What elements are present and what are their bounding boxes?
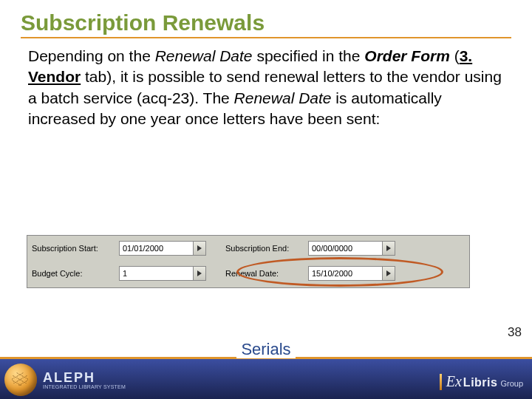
- svg-marker-1: [386, 245, 391, 251]
- triangle-right-icon: [386, 270, 391, 276]
- aleph-subtitle: INTEGRATED LIBRARY SYSTEM: [43, 384, 126, 389]
- budget-cycle-input[interactable]: 1: [119, 266, 193, 281]
- renewal-date-input[interactable]: 15/10/2000: [308, 266, 382, 281]
- triangle-right-icon: [197, 270, 202, 276]
- renewal-date-term: Renewal Date: [155, 47, 253, 64]
- aleph-logo: ALEPH INTEGRATED LIBRARY SYSTEM: [4, 364, 126, 396]
- slide: Subscription Renewals Depending on the R…: [0, 0, 532, 399]
- logo-bar-icon: [440, 374, 442, 390]
- renewal-date-label: Renewal Date:: [225, 269, 308, 278]
- svg-marker-0: [197, 245, 202, 251]
- svg-marker-2: [197, 270, 202, 276]
- subscription-start-input[interactable]: 01/01/2000: [119, 241, 193, 256]
- subscription-start-label: Subscription Start:: [32, 244, 119, 253]
- text-run: (: [450, 47, 460, 64]
- triangle-right-icon: [197, 245, 202, 251]
- aleph-name: ALEPH: [43, 371, 126, 384]
- form-row-1: Subscription Start: 01/01/2000 Subscript…: [27, 236, 469, 261]
- aleph-text-block: ALEPH INTEGRATED LIBRARY SYSTEM: [43, 371, 126, 389]
- order-form-term: Order Form: [364, 47, 450, 64]
- exlibris-logo: Ex Libris Group: [440, 373, 523, 390]
- budget-cycle-label: Budget Cycle:: [32, 269, 119, 278]
- subscription-end-input[interactable]: 00/00/0000: [308, 241, 382, 256]
- text-run: Depending on the: [28, 47, 155, 64]
- svg-marker-3: [386, 270, 391, 276]
- group-text: Group: [500, 379, 523, 388]
- footer: Serials ALEPH INTEGRATED LIBRARY SYSTEM …: [0, 352, 532, 399]
- body-paragraph: Depending on the Renewal Date specified …: [28, 46, 504, 129]
- title-underline: [21, 37, 511, 38]
- triangle-right-icon: [386, 245, 391, 251]
- form-panel: Subscription Start: 01/01/2000 Subscript…: [27, 235, 470, 288]
- globe-icon: [4, 364, 37, 396]
- subscription-end-picker-button[interactable]: [382, 241, 395, 256]
- page-number: 38: [508, 325, 522, 340]
- renewal-date-term-2: Renewal Date: [234, 89, 332, 106]
- footer-center-text: Serials: [236, 340, 295, 358]
- libris-text: Libris: [463, 376, 498, 389]
- subscription-start-picker-button[interactable]: [193, 241, 206, 256]
- ex-text: Ex: [446, 373, 462, 390]
- form-row-2: Budget Cycle: 1 Renewal Date: 15/10/2000: [27, 261, 469, 286]
- renewal-date-picker-button[interactable]: [382, 266, 395, 281]
- slide-title: Subscription Renewals: [21, 10, 511, 35]
- footer-center-label: Serials: [0, 338, 532, 359]
- budget-cycle-picker-button[interactable]: [193, 266, 206, 281]
- subscription-end-label: Subscription End:: [225, 244, 308, 253]
- text-run: specified in the: [253, 47, 365, 64]
